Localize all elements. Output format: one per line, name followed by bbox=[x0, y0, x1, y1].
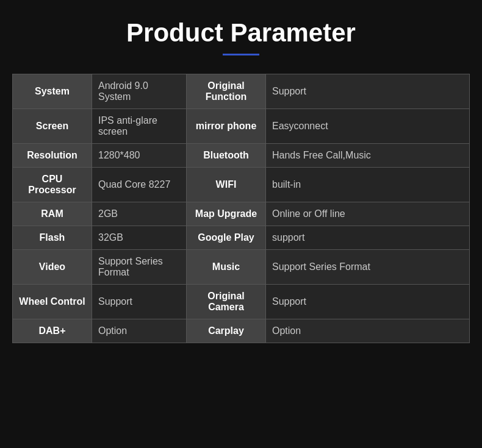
left-label-6: Video bbox=[13, 250, 92, 285]
params-table: SystemAndroid 9.0 SystemOriginal Functio… bbox=[12, 74, 470, 343]
right-value-5: support bbox=[266, 226, 470, 250]
right-value-2: Hands Free Call,Music bbox=[266, 144, 470, 168]
left-label-0: System bbox=[13, 74, 92, 109]
left-label-4: RAM bbox=[13, 202, 92, 226]
page-title: Product Parameter bbox=[126, 18, 356, 48]
left-label-8: DAB+ bbox=[13, 319, 92, 343]
right-label-6: Music bbox=[187, 250, 266, 285]
right-label-4: Map Upgrade bbox=[187, 202, 266, 226]
left-value-1: IPS anti-glare screen bbox=[92, 109, 187, 144]
right-label-0: Original Function bbox=[187, 74, 266, 109]
right-label-3: WIFI bbox=[187, 168, 266, 202]
right-label-7: Original Camera bbox=[187, 285, 266, 319]
left-label-3: CPU Processor bbox=[13, 168, 92, 202]
left-value-2: 1280*480 bbox=[92, 144, 187, 168]
left-label-2: Resolution bbox=[13, 144, 92, 168]
right-value-4: Online or Off line bbox=[266, 202, 470, 226]
right-label-5: Google Play bbox=[187, 226, 266, 250]
left-value-7: Support bbox=[92, 285, 187, 319]
title-underline bbox=[223, 54, 259, 55]
left-label-5: Flash bbox=[13, 226, 92, 250]
left-label-1: Screen bbox=[13, 109, 92, 144]
left-value-8: Option bbox=[92, 319, 187, 343]
right-value-8: Option bbox=[266, 319, 470, 343]
left-value-0: Android 9.0 System bbox=[92, 74, 187, 109]
left-value-5: 32GB bbox=[92, 226, 187, 250]
right-value-0: Support bbox=[266, 74, 470, 109]
right-label-2: Bluetooth bbox=[187, 144, 266, 168]
right-value-6: Support Series Format bbox=[266, 250, 470, 285]
left-value-4: 2GB bbox=[92, 202, 187, 226]
left-value-6: Support Series Format bbox=[92, 250, 187, 285]
right-value-7: Support bbox=[266, 285, 470, 319]
right-label-8: Carplay bbox=[187, 319, 266, 343]
left-value-3: Quad Core 8227 bbox=[92, 168, 187, 202]
right-value-3: built-in bbox=[266, 168, 470, 202]
left-label-7: Wheel Control bbox=[13, 285, 92, 319]
right-value-1: Easyconnect bbox=[266, 109, 470, 144]
right-label-1: mirror phone bbox=[187, 109, 266, 144]
